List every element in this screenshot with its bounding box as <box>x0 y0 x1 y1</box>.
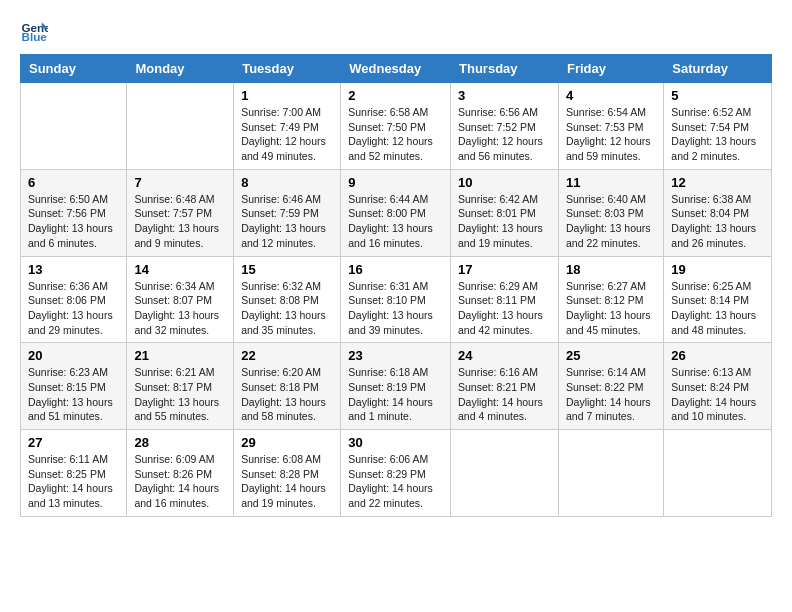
day-number: 16 <box>348 262 443 277</box>
calendar-cell: 5Sunrise: 6:52 AM Sunset: 7:54 PM Daylig… <box>664 83 772 170</box>
weekday-header-saturday: Saturday <box>664 55 772 83</box>
day-number: 10 <box>458 175 551 190</box>
day-info: Sunrise: 6:36 AM Sunset: 8:06 PM Dayligh… <box>28 279 119 338</box>
day-number: 6 <box>28 175 119 190</box>
day-number: 4 <box>566 88 656 103</box>
day-info: Sunrise: 6:52 AM Sunset: 7:54 PM Dayligh… <box>671 105 764 164</box>
day-info: Sunrise: 6:50 AM Sunset: 7:56 PM Dayligh… <box>28 192 119 251</box>
day-info: Sunrise: 6:44 AM Sunset: 8:00 PM Dayligh… <box>348 192 443 251</box>
calendar-cell: 15Sunrise: 6:32 AM Sunset: 8:08 PM Dayli… <box>234 256 341 343</box>
logo: General Blue <box>20 16 52 44</box>
weekday-header-friday: Friday <box>558 55 663 83</box>
logo-icon: General Blue <box>20 16 48 44</box>
day-info: Sunrise: 6:06 AM Sunset: 8:29 PM Dayligh… <box>348 452 443 511</box>
weekday-header-wednesday: Wednesday <box>341 55 451 83</box>
calendar-cell: 8Sunrise: 6:46 AM Sunset: 7:59 PM Daylig… <box>234 169 341 256</box>
day-info: Sunrise: 6:21 AM Sunset: 8:17 PM Dayligh… <box>134 365 226 424</box>
day-number: 3 <box>458 88 551 103</box>
day-info: Sunrise: 6:38 AM Sunset: 8:04 PM Dayligh… <box>671 192 764 251</box>
weekday-header-monday: Monday <box>127 55 234 83</box>
calendar-cell: 14Sunrise: 6:34 AM Sunset: 8:07 PM Dayli… <box>127 256 234 343</box>
day-number: 9 <box>348 175 443 190</box>
week-row-2: 6Sunrise: 6:50 AM Sunset: 7:56 PM Daylig… <box>21 169 772 256</box>
calendar-cell: 3Sunrise: 6:56 AM Sunset: 7:52 PM Daylig… <box>451 83 559 170</box>
day-info: Sunrise: 6:11 AM Sunset: 8:25 PM Dayligh… <box>28 452 119 511</box>
calendar-cell <box>558 430 663 517</box>
calendar-cell: 17Sunrise: 6:29 AM Sunset: 8:11 PM Dayli… <box>451 256 559 343</box>
day-info: Sunrise: 6:58 AM Sunset: 7:50 PM Dayligh… <box>348 105 443 164</box>
day-info: Sunrise: 6:25 AM Sunset: 8:14 PM Dayligh… <box>671 279 764 338</box>
day-number: 28 <box>134 435 226 450</box>
week-row-3: 13Sunrise: 6:36 AM Sunset: 8:06 PM Dayli… <box>21 256 772 343</box>
calendar-cell: 16Sunrise: 6:31 AM Sunset: 8:10 PM Dayli… <box>341 256 451 343</box>
calendar-cell: 25Sunrise: 6:14 AM Sunset: 8:22 PM Dayli… <box>558 343 663 430</box>
day-number: 23 <box>348 348 443 363</box>
calendar-cell: 10Sunrise: 6:42 AM Sunset: 8:01 PM Dayli… <box>451 169 559 256</box>
calendar-cell: 2Sunrise: 6:58 AM Sunset: 7:50 PM Daylig… <box>341 83 451 170</box>
calendar-cell: 30Sunrise: 6:06 AM Sunset: 8:29 PM Dayli… <box>341 430 451 517</box>
day-info: Sunrise: 6:46 AM Sunset: 7:59 PM Dayligh… <box>241 192 333 251</box>
day-number: 14 <box>134 262 226 277</box>
calendar-cell: 1Sunrise: 7:00 AM Sunset: 7:49 PM Daylig… <box>234 83 341 170</box>
calendar-cell: 20Sunrise: 6:23 AM Sunset: 8:15 PM Dayli… <box>21 343 127 430</box>
day-number: 7 <box>134 175 226 190</box>
day-info: Sunrise: 6:40 AM Sunset: 8:03 PM Dayligh… <box>566 192 656 251</box>
day-number: 22 <box>241 348 333 363</box>
day-number: 30 <box>348 435 443 450</box>
calendar-cell: 4Sunrise: 6:54 AM Sunset: 7:53 PM Daylig… <box>558 83 663 170</box>
week-row-1: 1Sunrise: 7:00 AM Sunset: 7:49 PM Daylig… <box>21 83 772 170</box>
calendar-cell: 18Sunrise: 6:27 AM Sunset: 8:12 PM Dayli… <box>558 256 663 343</box>
week-row-5: 27Sunrise: 6:11 AM Sunset: 8:25 PM Dayli… <box>21 430 772 517</box>
day-number: 20 <box>28 348 119 363</box>
day-info: Sunrise: 6:27 AM Sunset: 8:12 PM Dayligh… <box>566 279 656 338</box>
page: General Blue SundayMondayTuesdayWednesda… <box>0 0 792 612</box>
day-number: 17 <box>458 262 551 277</box>
day-info: Sunrise: 6:08 AM Sunset: 8:28 PM Dayligh… <box>241 452 333 511</box>
svg-text:Blue: Blue <box>22 30 48 43</box>
day-number: 5 <box>671 88 764 103</box>
calendar-cell: 13Sunrise: 6:36 AM Sunset: 8:06 PM Dayli… <box>21 256 127 343</box>
calendar-cell: 12Sunrise: 6:38 AM Sunset: 8:04 PM Dayli… <box>664 169 772 256</box>
weekday-header-thursday: Thursday <box>451 55 559 83</box>
day-number: 24 <box>458 348 551 363</box>
day-number: 25 <box>566 348 656 363</box>
day-number: 21 <box>134 348 226 363</box>
day-number: 13 <box>28 262 119 277</box>
weekday-header-tuesday: Tuesday <box>234 55 341 83</box>
day-number: 2 <box>348 88 443 103</box>
weekday-header-row: SundayMondayTuesdayWednesdayThursdayFrid… <box>21 55 772 83</box>
calendar-cell <box>451 430 559 517</box>
week-row-4: 20Sunrise: 6:23 AM Sunset: 8:15 PM Dayli… <box>21 343 772 430</box>
weekday-header-sunday: Sunday <box>21 55 127 83</box>
day-info: Sunrise: 6:32 AM Sunset: 8:08 PM Dayligh… <box>241 279 333 338</box>
day-number: 18 <box>566 262 656 277</box>
day-number: 26 <box>671 348 764 363</box>
day-info: Sunrise: 6:14 AM Sunset: 8:22 PM Dayligh… <box>566 365 656 424</box>
day-info: Sunrise: 6:23 AM Sunset: 8:15 PM Dayligh… <box>28 365 119 424</box>
day-number: 8 <box>241 175 333 190</box>
day-number: 12 <box>671 175 764 190</box>
calendar-cell: 21Sunrise: 6:21 AM Sunset: 8:17 PM Dayli… <box>127 343 234 430</box>
calendar-cell <box>21 83 127 170</box>
calendar-cell: 29Sunrise: 6:08 AM Sunset: 8:28 PM Dayli… <box>234 430 341 517</box>
calendar-cell: 28Sunrise: 6:09 AM Sunset: 8:26 PM Dayli… <box>127 430 234 517</box>
day-number: 19 <box>671 262 764 277</box>
day-info: Sunrise: 6:54 AM Sunset: 7:53 PM Dayligh… <box>566 105 656 164</box>
calendar-cell: 22Sunrise: 6:20 AM Sunset: 8:18 PM Dayli… <box>234 343 341 430</box>
calendar: SundayMondayTuesdayWednesdayThursdayFrid… <box>20 54 772 517</box>
calendar-cell: 23Sunrise: 6:18 AM Sunset: 8:19 PM Dayli… <box>341 343 451 430</box>
calendar-cell: 11Sunrise: 6:40 AM Sunset: 8:03 PM Dayli… <box>558 169 663 256</box>
calendar-cell: 7Sunrise: 6:48 AM Sunset: 7:57 PM Daylig… <box>127 169 234 256</box>
day-number: 27 <box>28 435 119 450</box>
day-info: Sunrise: 6:34 AM Sunset: 8:07 PM Dayligh… <box>134 279 226 338</box>
header: General Blue <box>20 16 772 44</box>
calendar-cell <box>664 430 772 517</box>
day-info: Sunrise: 6:42 AM Sunset: 8:01 PM Dayligh… <box>458 192 551 251</box>
day-info: Sunrise: 6:16 AM Sunset: 8:21 PM Dayligh… <box>458 365 551 424</box>
day-number: 11 <box>566 175 656 190</box>
day-info: Sunrise: 6:20 AM Sunset: 8:18 PM Dayligh… <box>241 365 333 424</box>
day-info: Sunrise: 6:56 AM Sunset: 7:52 PM Dayligh… <box>458 105 551 164</box>
calendar-cell: 6Sunrise: 6:50 AM Sunset: 7:56 PM Daylig… <box>21 169 127 256</box>
day-info: Sunrise: 6:48 AM Sunset: 7:57 PM Dayligh… <box>134 192 226 251</box>
calendar-cell: 26Sunrise: 6:13 AM Sunset: 8:24 PM Dayli… <box>664 343 772 430</box>
